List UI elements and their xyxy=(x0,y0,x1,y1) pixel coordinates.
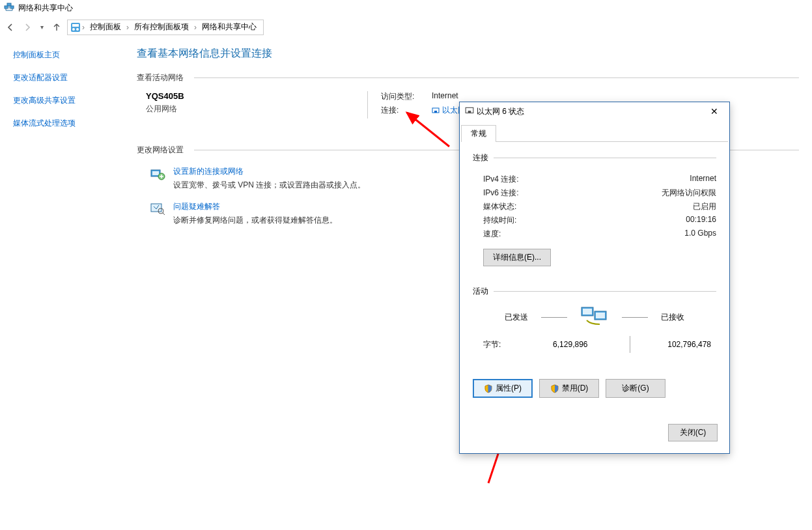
svg-rect-2 xyxy=(7,3,11,6)
received-label: 已接收 xyxy=(661,312,684,323)
divider xyxy=(622,317,648,318)
dialog-title: 以太网 6 状态 xyxy=(474,106,705,117)
ipv6-label: IPv6 连接: xyxy=(483,188,519,199)
speed-label: 速度: xyxy=(483,229,501,240)
ethernet-status-dialog: 以太网 6 状态 ✕ 常规 连接 IPv4 连接:Internet IPv6 连… xyxy=(459,102,730,454)
network-type: 公用网络 xyxy=(146,104,328,115)
media-state-value: 已启用 xyxy=(693,201,716,212)
svg-rect-0 xyxy=(5,6,8,8)
breadcrumb-allitems[interactable]: 所有控制面板项 xyxy=(130,21,193,33)
media-state-label: 媒体状态: xyxy=(483,201,516,212)
divider xyxy=(541,317,567,318)
disable-button-label: 禁用(D) xyxy=(562,383,589,394)
breadcrumb-cpanel[interactable]: 控制面板 xyxy=(86,21,125,33)
duration-value: 00:19:16 xyxy=(686,215,716,226)
divider xyxy=(194,77,799,78)
troubleshoot-link[interactable]: 问题疑难解答 xyxy=(173,201,220,212)
chevron-right-icon: › xyxy=(193,23,198,32)
ethernet-icon xyxy=(432,107,440,115)
sidebar-home[interactable]: 控制面板主页 xyxy=(13,49,137,61)
troubleshoot-desc: 诊断并修复网络问题，或者获得疑难解答信息。 xyxy=(173,215,337,226)
sidebar-item-sharing[interactable]: 更改高级共享设置 xyxy=(13,95,137,106)
shield-icon xyxy=(550,384,559,393)
sidebar: 控制面板主页 更改适配器设置 更改高级共享设置 媒体流式处理选项 xyxy=(13,47,137,226)
disable-button[interactable]: 禁用(D) xyxy=(539,379,599,398)
tab-strip: 常规 xyxy=(461,120,728,142)
divider xyxy=(630,336,630,353)
close-button[interactable]: ✕ xyxy=(705,105,724,118)
ipv4-value: Internet xyxy=(690,174,716,185)
network-center-icon xyxy=(4,3,14,13)
bytes-received-value: 102,796,478 xyxy=(646,340,717,349)
svg-rect-17 xyxy=(468,111,471,113)
svg-rect-19 xyxy=(583,309,592,314)
activity-group-label: 活动 xyxy=(473,286,488,297)
divider xyxy=(494,158,716,158)
new-connection-link[interactable]: 设置新的连接或网络 xyxy=(173,166,244,177)
control-panel-icon xyxy=(70,22,81,33)
up-button[interactable] xyxy=(50,21,63,34)
access-type-label: 访问类型: xyxy=(381,91,420,102)
ethernet-title-icon xyxy=(465,106,474,117)
svg-rect-1 xyxy=(10,6,14,8)
active-network-label: 查看活动网络 xyxy=(137,72,184,83)
svg-rect-21 xyxy=(596,313,605,318)
breadcrumb-current[interactable]: 网络和共享中心 xyxy=(198,21,260,33)
connections-label: 连接: xyxy=(381,105,420,116)
forward-button[interactable] xyxy=(21,21,34,34)
bytes-label: 字节: xyxy=(483,339,522,350)
ipv6-value: 无网络访问权限 xyxy=(662,188,716,199)
new-connection-desc: 设置宽带、拨号或 VPN 连接；或设置路由器或接入点。 xyxy=(173,180,365,191)
properties-button-label: 属性(P) xyxy=(496,383,522,394)
svg-rect-10 xyxy=(152,171,159,175)
titlebar: 网络和共享中心 xyxy=(0,0,812,16)
svg-point-6 xyxy=(76,28,79,31)
window-title: 网络和共享中心 xyxy=(18,3,73,14)
divider xyxy=(494,291,716,292)
troubleshoot-icon xyxy=(150,201,165,217)
svg-rect-12 xyxy=(151,204,161,212)
chevron-right-icon: › xyxy=(81,23,86,32)
page-title: 查看基本网络信息并设置连接 xyxy=(137,47,799,61)
speed-value: 1.0 Gbps xyxy=(684,229,716,240)
sent-label: 已发送 xyxy=(505,312,528,323)
access-type-value: Internet xyxy=(432,91,458,102)
diagnose-button[interactable]: 诊断(G) xyxy=(606,379,665,398)
tab-general[interactable]: 常规 xyxy=(461,125,496,142)
chevron-right-icon: › xyxy=(125,23,130,32)
svg-point-5 xyxy=(72,28,75,31)
connection-group-label: 连接 xyxy=(473,152,488,163)
svg-rect-4 xyxy=(72,24,79,27)
diagnose-button-label: 诊断(G) xyxy=(622,383,649,394)
properties-button[interactable]: 属性(P) xyxy=(473,379,533,398)
sidebar-item-media[interactable]: 媒体流式处理选项 xyxy=(13,118,137,129)
bytes-sent-value: 6,129,896 xyxy=(522,340,614,349)
sidebar-item-adapter[interactable]: 更改适配器设置 xyxy=(13,72,137,83)
network-name: YQS405B xyxy=(146,91,328,101)
breadcrumb[interactable]: › 控制面板 › 所有控制面板项 › 网络和共享中心 xyxy=(67,20,264,35)
details-button[interactable]: 详细信息(E)... xyxy=(483,249,551,266)
new-connection-icon xyxy=(150,166,165,182)
back-button[interactable] xyxy=(4,21,17,34)
history-dropdown-icon[interactable]: ▾ xyxy=(38,23,46,31)
change-settings-label: 更改网络设置 xyxy=(137,145,184,156)
navbar: ▾ › 控制面板 › 所有控制面板项 › 网络和共享中心 xyxy=(0,16,812,38)
shield-icon xyxy=(484,384,493,393)
ipv4-label: IPv4 连接: xyxy=(483,174,519,185)
computers-icon xyxy=(580,306,609,328)
duration-label: 持续时间: xyxy=(483,215,516,226)
svg-rect-8 xyxy=(434,111,437,113)
close-dialog-button[interactable]: 关闭(C) xyxy=(668,424,718,441)
